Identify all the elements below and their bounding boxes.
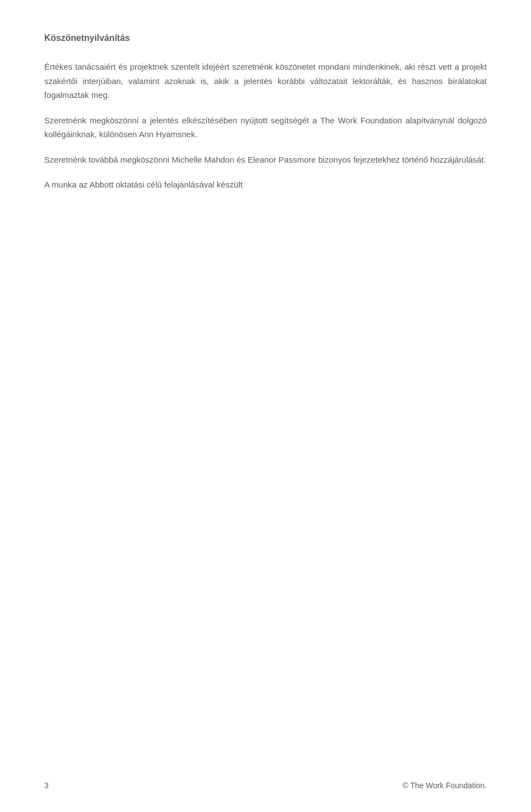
- paragraph-4: A munka az Abbott oktatási célú felajánl…: [44, 178, 487, 192]
- footer-brand: © The Work Foundation.: [403, 781, 487, 790]
- page-heading: Köszönetnyilvánítás: [44, 33, 487, 43]
- page: Köszönetnyilvánítás Értékes tanácsaiért …: [0, 0, 531, 812]
- paragraph-1: Értékes tanácsaiért és projektnek szente…: [44, 60, 487, 102]
- paragraph-2: Szeretnénk megköszönni a jelentés elkész…: [44, 113, 487, 142]
- page-footer: 3 © The Work Foundation.: [44, 781, 487, 790]
- footer-page-number: 3: [44, 781, 49, 790]
- paragraph-3: Szeretnénk továbbá megköszönni Michelle …: [44, 153, 487, 167]
